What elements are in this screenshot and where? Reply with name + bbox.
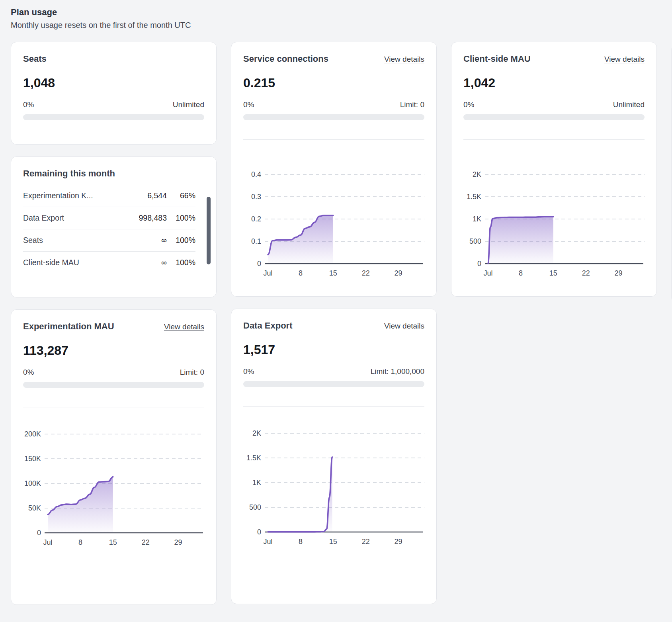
- page-title: Plan usage: [11, 7, 672, 18]
- view-details-link[interactable]: View details: [384, 55, 424, 64]
- resource-remaining-value: 6,544: [147, 191, 167, 200]
- usage-progress-bar: [23, 382, 204, 388]
- svg-text:0: 0: [257, 528, 261, 536]
- svg-text:22: 22: [362, 538, 370, 546]
- card-divider: [463, 139, 645, 140]
- card-title: Seats: [23, 53, 47, 65]
- svg-text:200K: 200K: [24, 430, 41, 438]
- svg-text:8: 8: [78, 538, 82, 546]
- card-header: Service connections View details: [243, 53, 424, 65]
- experimentation-mau-card: Experimentation MAU View details 113,287…: [11, 309, 217, 605]
- view-details-link[interactable]: View details: [604, 55, 645, 64]
- resource-remaining-value: ∞: [161, 258, 167, 267]
- resource-label: Data Export: [23, 213, 139, 223]
- experimentation-mau-chart: 050K100K150K200KJul8152229: [23, 413, 204, 553]
- svg-text:0: 0: [477, 260, 481, 268]
- svg-text:22: 22: [582, 269, 590, 277]
- percent-used-label: 0%: [23, 100, 34, 109]
- svg-text:0.4: 0.4: [251, 170, 261, 178]
- list-item: Seats ∞ 100%: [23, 229, 195, 252]
- svg-text:1K: 1K: [473, 215, 481, 223]
- view-details-link[interactable]: View details: [384, 322, 424, 331]
- svg-text:15: 15: [329, 269, 337, 277]
- resource-label: Client-side MAU: [23, 258, 161, 267]
- card-header: Remaining this month: [23, 168, 204, 179]
- list-item: Experimentation K... 6,544 66%: [23, 185, 195, 207]
- svg-text:100K: 100K: [24, 479, 41, 487]
- usage-progress-bar: [463, 114, 645, 120]
- svg-text:500: 500: [469, 237, 481, 245]
- limit-label: Unlimited: [613, 100, 645, 109]
- list-item: Client-side MAU ∞ 100%: [23, 252, 195, 274]
- resource-remaining-percent: 100%: [173, 236, 195, 245]
- svg-text:22: 22: [362, 269, 370, 277]
- svg-text:1.5K: 1.5K: [246, 454, 261, 462]
- svg-text:0.3: 0.3: [251, 193, 261, 201]
- usage-value: 1,042: [463, 75, 645, 91]
- svg-text:29: 29: [395, 538, 402, 546]
- svg-text:8: 8: [519, 269, 523, 277]
- usage-value: 113,287: [23, 342, 204, 358]
- card-title: Remaining this month: [23, 168, 115, 179]
- svg-text:500: 500: [249, 503, 261, 511]
- svg-text:8: 8: [299, 269, 303, 277]
- usage-meta-row: 0% Limit: 0: [23, 368, 204, 377]
- svg-text:1.5K: 1.5K: [467, 193, 481, 201]
- card-divider: [243, 139, 424, 140]
- svg-text:1K: 1K: [252, 479, 261, 487]
- usage-progress-bar: [23, 114, 204, 120]
- usage-value: 0.215: [243, 75, 424, 91]
- usage-meta-row: 0% Limit: 1,000,000: [243, 367, 424, 376]
- client-side-mau-card: Client-side MAU View details 1,042 0% Un…: [451, 42, 657, 297]
- card-header: Seats: [23, 53, 204, 65]
- limit-label: Unlimited: [173, 100, 204, 109]
- svg-text:15: 15: [109, 538, 117, 546]
- service-connections-card: Service connections View details 0.215 0…: [231, 42, 437, 297]
- column-2: Service connections View details 0.215 0…: [231, 42, 437, 617]
- usage-progress-bar: [243, 381, 424, 387]
- resource-remaining-percent: 66%: [173, 191, 195, 200]
- page-subtitle: Monthly usage resets on the first of the…: [11, 21, 672, 30]
- percent-used-label: 0%: [243, 367, 254, 376]
- card-divider: [23, 407, 204, 407]
- svg-text:150K: 150K: [24, 455, 41, 463]
- page-header: Plan usage Monthly usage resets on the f…: [0, 0, 672, 30]
- remaining-list: Experimentation K... 6,544 66% Data Expo…: [23, 185, 195, 274]
- svg-text:Jul: Jul: [43, 538, 52, 546]
- svg-text:0: 0: [257, 260, 261, 268]
- limit-label: Limit: 1,000,000: [371, 367, 424, 376]
- card-title: Service connections: [243, 53, 328, 65]
- svg-text:15: 15: [549, 269, 557, 277]
- usage-value: 1,517: [243, 342, 424, 358]
- data-export-card: Data Export View details 1,517 0% Limit:…: [231, 309, 437, 604]
- card-header: Client-side MAU View details: [463, 53, 645, 65]
- view-details-link[interactable]: View details: [164, 323, 204, 331]
- percent-used-label: 0%: [243, 100, 254, 109]
- svg-text:0: 0: [37, 529, 41, 537]
- card-title: Data Export: [243, 320, 292, 331]
- resource-remaining-percent: 100%: [173, 213, 195, 223]
- resource-remaining-percent: 100%: [173, 258, 195, 267]
- seats-card: Seats 1,048 0% Unlimited: [11, 42, 217, 145]
- usage-progress-bar: [243, 114, 424, 120]
- card-divider: [243, 406, 424, 407]
- card-title: Client-side MAU: [463, 53, 531, 65]
- svg-text:22: 22: [142, 538, 150, 546]
- card-title: Experimentation MAU: [23, 321, 114, 332]
- limit-label: Limit: 0: [400, 100, 424, 109]
- svg-text:15: 15: [329, 538, 337, 546]
- data-export-chart: 05001K1.5K2KJul8152229: [243, 413, 424, 552]
- percent-used-label: 0%: [463, 100, 474, 109]
- resource-remaining-value: ∞: [161, 236, 167, 245]
- svg-text:Jul: Jul: [483, 269, 492, 277]
- resource-label: Experimentation K...: [23, 191, 147, 200]
- percent-used-label: 0%: [23, 368, 34, 377]
- svg-text:Jul: Jul: [263, 269, 272, 277]
- remaining-list-scrollbar[interactable]: [207, 197, 211, 264]
- svg-text:29: 29: [615, 269, 623, 277]
- usage-value: 1,048: [23, 75, 204, 91]
- column-1: Seats 1,048 0% Unlimited Remaining this …: [11, 42, 217, 617]
- list-item: Data Export 998,483 100%: [23, 207, 195, 229]
- resource-remaining-value: 998,483: [139, 213, 167, 223]
- svg-text:50K: 50K: [28, 504, 41, 512]
